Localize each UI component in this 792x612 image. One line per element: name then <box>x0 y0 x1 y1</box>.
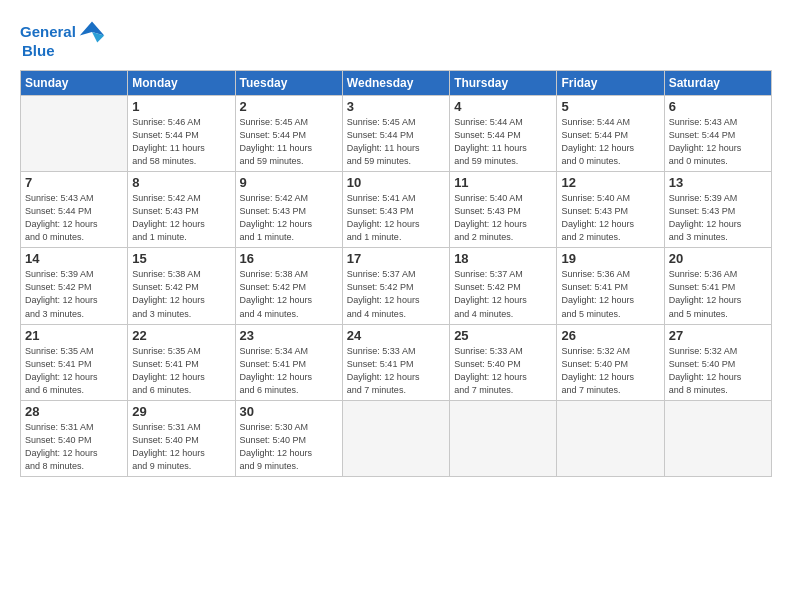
calendar-cell: 4Sunrise: 5:44 AM Sunset: 5:44 PM Daylig… <box>450 96 557 172</box>
calendar-cell: 30Sunrise: 5:30 AM Sunset: 5:40 PM Dayli… <box>235 400 342 476</box>
day-info: Sunrise: 5:40 AM Sunset: 5:43 PM Dayligh… <box>454 192 552 244</box>
day-number: 20 <box>669 251 767 266</box>
calendar-cell: 14Sunrise: 5:39 AM Sunset: 5:42 PM Dayli… <box>21 248 128 324</box>
day-info: Sunrise: 5:33 AM Sunset: 5:41 PM Dayligh… <box>347 345 445 397</box>
day-number: 11 <box>454 175 552 190</box>
day-info: Sunrise: 5:37 AM Sunset: 5:42 PM Dayligh… <box>347 268 445 320</box>
day-info: Sunrise: 5:30 AM Sunset: 5:40 PM Dayligh… <box>240 421 338 473</box>
calendar-cell <box>21 96 128 172</box>
calendar-cell: 9Sunrise: 5:42 AM Sunset: 5:43 PM Daylig… <box>235 172 342 248</box>
logo-subtext: Blue <box>20 42 55 60</box>
day-header-saturday: Saturday <box>664 71 771 96</box>
day-info: Sunrise: 5:34 AM Sunset: 5:41 PM Dayligh… <box>240 345 338 397</box>
calendar-cell: 27Sunrise: 5:32 AM Sunset: 5:40 PM Dayli… <box>664 324 771 400</box>
calendar-cell: 16Sunrise: 5:38 AM Sunset: 5:42 PM Dayli… <box>235 248 342 324</box>
calendar-cell: 21Sunrise: 5:35 AM Sunset: 5:41 PM Dayli… <box>21 324 128 400</box>
day-info: Sunrise: 5:31 AM Sunset: 5:40 PM Dayligh… <box>132 421 230 473</box>
day-info: Sunrise: 5:39 AM Sunset: 5:43 PM Dayligh… <box>669 192 767 244</box>
day-info: Sunrise: 5:36 AM Sunset: 5:41 PM Dayligh… <box>669 268 767 320</box>
day-info: Sunrise: 5:35 AM Sunset: 5:41 PM Dayligh… <box>132 345 230 397</box>
calendar-cell <box>450 400 557 476</box>
calendar-week-2: 7Sunrise: 5:43 AM Sunset: 5:44 PM Daylig… <box>21 172 772 248</box>
day-number: 8 <box>132 175 230 190</box>
day-number: 18 <box>454 251 552 266</box>
day-number: 19 <box>561 251 659 266</box>
day-number: 23 <box>240 328 338 343</box>
calendar-cell: 26Sunrise: 5:32 AM Sunset: 5:40 PM Dayli… <box>557 324 664 400</box>
day-number: 29 <box>132 404 230 419</box>
day-info: Sunrise: 5:31 AM Sunset: 5:40 PM Dayligh… <box>25 421 123 473</box>
day-number: 10 <box>347 175 445 190</box>
day-info: Sunrise: 5:43 AM Sunset: 5:44 PM Dayligh… <box>25 192 123 244</box>
calendar-cell: 20Sunrise: 5:36 AM Sunset: 5:41 PM Dayli… <box>664 248 771 324</box>
calendar-cell: 22Sunrise: 5:35 AM Sunset: 5:41 PM Dayli… <box>128 324 235 400</box>
day-number: 22 <box>132 328 230 343</box>
calendar-cell: 18Sunrise: 5:37 AM Sunset: 5:42 PM Dayli… <box>450 248 557 324</box>
calendar-cell: 28Sunrise: 5:31 AM Sunset: 5:40 PM Dayli… <box>21 400 128 476</box>
calendar-cell: 29Sunrise: 5:31 AM Sunset: 5:40 PM Dayli… <box>128 400 235 476</box>
day-info: Sunrise: 5:33 AM Sunset: 5:40 PM Dayligh… <box>454 345 552 397</box>
calendar-cell <box>342 400 449 476</box>
calendar-cell: 23Sunrise: 5:34 AM Sunset: 5:41 PM Dayli… <box>235 324 342 400</box>
calendar-cell: 11Sunrise: 5:40 AM Sunset: 5:43 PM Dayli… <box>450 172 557 248</box>
calendar-cell: 1Sunrise: 5:46 AM Sunset: 5:44 PM Daylig… <box>128 96 235 172</box>
day-info: Sunrise: 5:42 AM Sunset: 5:43 PM Dayligh… <box>240 192 338 244</box>
logo: General Blue <box>20 18 106 60</box>
calendar-cell <box>664 400 771 476</box>
day-info: Sunrise: 5:35 AM Sunset: 5:41 PM Dayligh… <box>25 345 123 397</box>
calendar-cell: 17Sunrise: 5:37 AM Sunset: 5:42 PM Dayli… <box>342 248 449 324</box>
day-info: Sunrise: 5:38 AM Sunset: 5:42 PM Dayligh… <box>240 268 338 320</box>
day-header-sunday: Sunday <box>21 71 128 96</box>
calendar: SundayMondayTuesdayWednesdayThursdayFrid… <box>20 70 772 477</box>
day-number: 13 <box>669 175 767 190</box>
logo-text: General <box>20 23 76 41</box>
calendar-week-3: 14Sunrise: 5:39 AM Sunset: 5:42 PM Dayli… <box>21 248 772 324</box>
day-number: 26 <box>561 328 659 343</box>
day-number: 16 <box>240 251 338 266</box>
day-number: 3 <box>347 99 445 114</box>
calendar-cell: 5Sunrise: 5:44 AM Sunset: 5:44 PM Daylig… <box>557 96 664 172</box>
day-info: Sunrise: 5:32 AM Sunset: 5:40 PM Dayligh… <box>561 345 659 397</box>
day-number: 5 <box>561 99 659 114</box>
day-info: Sunrise: 5:46 AM Sunset: 5:44 PM Dayligh… <box>132 116 230 168</box>
calendar-cell: 24Sunrise: 5:33 AM Sunset: 5:41 PM Dayli… <box>342 324 449 400</box>
day-number: 25 <box>454 328 552 343</box>
day-number: 7 <box>25 175 123 190</box>
day-number: 27 <box>669 328 767 343</box>
day-info: Sunrise: 5:37 AM Sunset: 5:42 PM Dayligh… <box>454 268 552 320</box>
calendar-cell: 12Sunrise: 5:40 AM Sunset: 5:43 PM Dayli… <box>557 172 664 248</box>
calendar-cell: 6Sunrise: 5:43 AM Sunset: 5:44 PM Daylig… <box>664 96 771 172</box>
day-info: Sunrise: 5:44 AM Sunset: 5:44 PM Dayligh… <box>454 116 552 168</box>
day-info: Sunrise: 5:38 AM Sunset: 5:42 PM Dayligh… <box>132 268 230 320</box>
day-number: 14 <box>25 251 123 266</box>
day-number: 15 <box>132 251 230 266</box>
calendar-cell: 10Sunrise: 5:41 AM Sunset: 5:43 PM Dayli… <box>342 172 449 248</box>
day-number: 4 <box>454 99 552 114</box>
day-info: Sunrise: 5:43 AM Sunset: 5:44 PM Dayligh… <box>669 116 767 168</box>
day-number: 30 <box>240 404 338 419</box>
day-number: 9 <box>240 175 338 190</box>
day-number: 6 <box>669 99 767 114</box>
calendar-header-row: SundayMondayTuesdayWednesdayThursdayFrid… <box>21 71 772 96</box>
header: General Blue <box>20 18 772 60</box>
calendar-cell: 3Sunrise: 5:45 AM Sunset: 5:44 PM Daylig… <box>342 96 449 172</box>
day-number: 17 <box>347 251 445 266</box>
page: General Blue SundayMondayTuesdayWednesda… <box>0 0 792 612</box>
day-info: Sunrise: 5:41 AM Sunset: 5:43 PM Dayligh… <box>347 192 445 244</box>
day-header-friday: Friday <box>557 71 664 96</box>
day-number: 24 <box>347 328 445 343</box>
day-number: 21 <box>25 328 123 343</box>
day-header-thursday: Thursday <box>450 71 557 96</box>
day-header-tuesday: Tuesday <box>235 71 342 96</box>
calendar-week-5: 28Sunrise: 5:31 AM Sunset: 5:40 PM Dayli… <box>21 400 772 476</box>
day-number: 12 <box>561 175 659 190</box>
day-info: Sunrise: 5:45 AM Sunset: 5:44 PM Dayligh… <box>240 116 338 168</box>
day-number: 1 <box>132 99 230 114</box>
calendar-cell: 25Sunrise: 5:33 AM Sunset: 5:40 PM Dayli… <box>450 324 557 400</box>
svg-marker-0 <box>80 22 105 36</box>
day-info: Sunrise: 5:36 AM Sunset: 5:41 PM Dayligh… <box>561 268 659 320</box>
day-number: 2 <box>240 99 338 114</box>
calendar-cell: 19Sunrise: 5:36 AM Sunset: 5:41 PM Dayli… <box>557 248 664 324</box>
day-info: Sunrise: 5:39 AM Sunset: 5:42 PM Dayligh… <box>25 268 123 320</box>
day-info: Sunrise: 5:42 AM Sunset: 5:43 PM Dayligh… <box>132 192 230 244</box>
